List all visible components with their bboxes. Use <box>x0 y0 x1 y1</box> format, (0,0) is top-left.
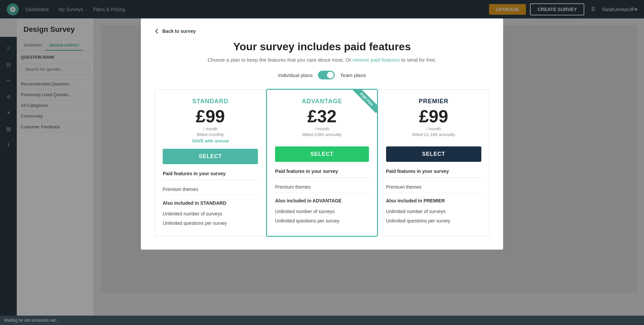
included-unlimited-surveys-premier: Unlimited number of surveys <box>386 207 481 216</box>
divider <box>163 180 258 180</box>
status-text: Waiting for cdn.smassets.net... <box>4 318 59 323</box>
pricing-modal: Back to survey Your survey includes paid… <box>141 18 503 250</box>
plan-card-standard: STANDARD £99 / month Billed monthly SAVE… <box>154 89 266 236</box>
plan-type-toggle[interactable] <box>318 71 335 79</box>
select-advantage-button[interactable]: SELECT <box>275 146 369 162</box>
plan-card-premier: PREMIER £99 / month Billed £1,188 annual… <box>378 89 490 236</box>
feature-premium-themes-advantage: Premium themes <box>275 182 369 193</box>
back-to-survey-link[interactable]: Back to survey <box>154 28 490 34</box>
select-premier-button[interactable]: SELECT <box>386 146 481 162</box>
plan-price-standard: £99 <box>163 108 258 125</box>
also-included-title-standard: Also included in STANDARD <box>163 200 258 206</box>
plan-price-premier: £99 <box>386 108 481 125</box>
plan-billed-advantage: Billed £384 annually <box>275 132 369 137</box>
plan-name-premier: PREMIER <box>386 98 481 105</box>
team-plans-label: Team plans <box>340 72 366 78</box>
included-unlimited-surveys-advantage: Unlimited number of surveys <box>275 207 369 216</box>
plan-period-advantage: / month <box>275 126 369 131</box>
select-standard-button[interactable]: SELECT <box>163 149 258 164</box>
feature-premium-themes-standard: Premium themes <box>163 184 258 195</box>
also-included-title-advantage: Also included in ADVANTAGE <box>275 198 369 203</box>
status-bar: Waiting for cdn.smassets.net... <box>0 316 644 325</box>
paid-features-title-advantage: Paid features in your survey <box>275 169 369 174</box>
included-unlimited-surveys-standard: Unlimited number of surveys <box>163 209 258 218</box>
plan-billed-premier: Billed £1,188 annually <box>386 132 481 137</box>
also-included-title-premier: Also included in PREMIER <box>386 198 481 203</box>
modal-subtitle: Choose a plan to keep the features that … <box>154 57 490 63</box>
divider-premier <box>386 177 481 178</box>
plan-save-standard[interactable]: SAVE with annual <box>163 138 258 143</box>
plan-card-advantage: ADVANTAGE £32 / month Billed £384 annual… <box>266 89 378 237</box>
plans-grid: STANDARD £99 / month Billed monthly SAVE… <box>154 89 490 236</box>
paid-features-title-premier: Paid features in your survey <box>386 169 481 174</box>
plan-billed-standard: Billed monthly <box>163 132 258 137</box>
paid-features-title-standard: Paid features in your survey <box>163 171 258 176</box>
included-unlimited-questions-premier: Unlimited questions per survey <box>386 216 481 225</box>
remove-paid-features-link[interactable]: remove paid features <box>353 57 400 63</box>
feature-premium-themes-premier: Premium themes <box>386 182 481 193</box>
plan-period-standard: / month <box>163 126 258 131</box>
divider-advantage <box>275 177 369 178</box>
plan-period-premier: / month <box>386 126 481 131</box>
modal-title: Your survey includes paid features <box>154 41 490 53</box>
arrow-left-icon <box>154 28 160 34</box>
included-unlimited-questions-standard: Unlimited questions per survey <box>163 218 258 228</box>
plan-toggle-row: Individual plans Team plans <box>154 71 490 79</box>
plan-name-standard: STANDARD <box>163 98 258 105</box>
for-you-ribbon <box>350 90 377 117</box>
individual-plans-label: Individual plans <box>278 72 313 78</box>
included-unlimited-questions-advantage: Unlimited questions per survey <box>275 216 369 225</box>
